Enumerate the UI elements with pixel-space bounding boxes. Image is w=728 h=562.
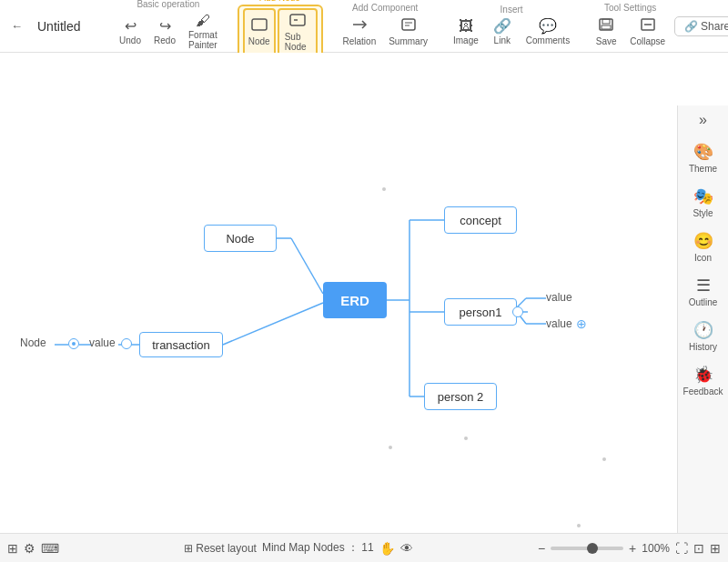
link-label: Link bbox=[494, 35, 511, 45]
style-icon: 🎭 bbox=[693, 186, 713, 206]
concept-label: concept bbox=[460, 214, 501, 227]
outline-icon: ☰ bbox=[696, 276, 711, 296]
person1-label: person1 bbox=[460, 306, 502, 319]
theme-panel-item[interactable]: 🎨 Theme bbox=[682, 136, 725, 179]
top-right-btns: 🔗 Share 📤 Export bbox=[674, 16, 728, 36]
map-nodes-label: Mind Map Nodes ： 11 bbox=[262, 540, 374, 556]
save-button[interactable]: Save bbox=[590, 15, 622, 49]
outline-panel-item[interactable]: ☰ Outline bbox=[682, 270, 725, 313]
settings-icon[interactable]: ⚙ bbox=[24, 541, 35, 556]
collapse-button[interactable]: Collapse bbox=[624, 15, 671, 49]
dot-scatter-4 bbox=[602, 457, 606, 461]
bottom-left: ⊞ ⚙ ⌨ bbox=[7, 541, 59, 556]
relation-button[interactable]: Relation bbox=[338, 15, 382, 49]
svg-line-21 bbox=[291, 238, 323, 294]
zoom-slider[interactable] bbox=[551, 547, 623, 550]
image-button[interactable]: 🖼 Image bbox=[448, 16, 484, 48]
insert-buttons: 🖼 Image 🔗 Link 💬 Comments bbox=[448, 16, 575, 48]
feedback-panel-item[interactable]: 🐞 Feedback bbox=[682, 359, 725, 402]
comments-button[interactable]: 💬 Comments bbox=[521, 16, 575, 48]
add-component-buttons: Relation Summary bbox=[338, 15, 434, 49]
collapse-label: Collapse bbox=[630, 36, 665, 46]
share-button[interactable]: 🔗 Share bbox=[674, 16, 728, 36]
layout-icon[interactable]: ⊞ bbox=[710, 541, 721, 556]
relation-icon bbox=[351, 17, 368, 35]
right-panel: » 🎨 Theme 🎭 Style 😊 Icon ☰ Outline 🕐 His… bbox=[677, 105, 728, 533]
tool-settings-label: Tool Settings bbox=[604, 3, 656, 13]
fit-screen-icon[interactable]: ⛶ bbox=[675, 541, 688, 556]
redo-button[interactable]: ↪ Redo bbox=[148, 16, 181, 48]
theme-icon: 🎨 bbox=[693, 142, 713, 162]
bottom-bar: ⊞ ⚙ ⌨ ⊞ Reset layout Mind Map Nodes ： 11… bbox=[0, 533, 728, 562]
save-label: Save bbox=[596, 36, 617, 46]
feedback-label: Feedback bbox=[683, 386, 723, 396]
summary-button[interactable]: Summary bbox=[383, 15, 433, 49]
reset-layout-icon: ⊞ bbox=[184, 542, 193, 555]
toolbar-group-add-node: Add Node Node Sub Node bbox=[234, 0, 327, 60]
zoom-plus-button[interactable]: + bbox=[629, 541, 636, 556]
svg-rect-9 bbox=[602, 25, 611, 29]
toolbar: ← Untitled Basic operation ↩ Undo ↪ Redo… bbox=[0, 0, 728, 53]
link-button[interactable]: 🔗 Link bbox=[486, 16, 519, 48]
history-panel-item[interactable]: 🕐 History bbox=[682, 315, 725, 357]
share-label: Share bbox=[701, 20, 728, 33]
eye-icon[interactable]: 👁 bbox=[400, 541, 413, 556]
reset-layout-label: Reset layout bbox=[196, 542, 257, 555]
canvas-area[interactable]: ERD concept person1 person 2 Node transa… bbox=[0, 53, 677, 533]
sub-node-button[interactable]: Sub Node bbox=[278, 8, 318, 56]
insert-label: Insert bbox=[500, 5, 523, 15]
fullscreen-icon[interactable]: ⊡ bbox=[693, 541, 704, 556]
page-title: Untitled bbox=[30, 19, 103, 34]
format-painter-button[interactable]: 🖌 Format Painter bbox=[183, 11, 223, 53]
redo-icon: ↪ bbox=[159, 19, 171, 34]
erd-label: ERD bbox=[340, 293, 369, 308]
panel-collapse-button[interactable]: » bbox=[689, 109, 718, 131]
toolbar-group-add-component: Add Component Relation Summary bbox=[334, 3, 438, 49]
keyboard-icon[interactable]: ⌨ bbox=[41, 541, 59, 556]
zoom-minus-button[interactable]: − bbox=[538, 541, 545, 556]
style-panel-item[interactable]: 🎭 Style bbox=[682, 181, 725, 224]
concept-node[interactable]: concept bbox=[444, 206, 517, 234]
reset-layout-button[interactable]: ⊞ Reset layout bbox=[184, 542, 257, 555]
svg-line-23 bbox=[223, 303, 323, 345]
image-icon: 🖼 bbox=[459, 19, 473, 34]
comments-label: Comments bbox=[526, 35, 570, 45]
undo-button[interactable]: ↩ Undo bbox=[114, 16, 147, 48]
zoom-percent: 100% bbox=[642, 542, 670, 555]
image-label: Image bbox=[453, 35, 479, 45]
icon-panel-icon: 😊 bbox=[693, 231, 713, 251]
comments-icon: 💬 bbox=[539, 19, 557, 34]
theme-label: Theme bbox=[689, 164, 717, 174]
transaction-node[interactable]: transaction bbox=[139, 332, 223, 357]
redo-label: Redo bbox=[154, 35, 176, 45]
add-component-label: Add Component bbox=[352, 3, 418, 13]
icon-label: Icon bbox=[694, 253, 712, 263]
person2-label: person 2 bbox=[438, 390, 484, 404]
tool-settings-buttons: Save Collapse bbox=[590, 15, 671, 49]
collapse-icon bbox=[640, 17, 656, 35]
add-value-button[interactable]: ⊕ bbox=[576, 316, 587, 331]
node-icon bbox=[251, 17, 268, 35]
person1-node[interactable]: person1 bbox=[444, 298, 517, 326]
erd-node[interactable]: ERD bbox=[323, 282, 387, 318]
back-icon: ← bbox=[11, 19, 23, 33]
svg-rect-4 bbox=[402, 19, 415, 30]
hand-icon[interactable]: ✋ bbox=[379, 541, 395, 556]
bottom-right: − + 100% ⛶ ⊡ ⊞ bbox=[538, 541, 721, 556]
style-label: Style bbox=[693, 208, 713, 218]
node1-box[interactable]: Node bbox=[204, 225, 277, 252]
grid-icon[interactable]: ⊞ bbox=[7, 541, 18, 556]
svg-rect-0 bbox=[252, 19, 267, 30]
toolbar-group-insert: Insert 🖼 Image 🔗 Link 💬 Comments bbox=[444, 5, 579, 48]
dot-scatter-2 bbox=[464, 437, 468, 440]
toolbar-group-tool-settings: Tool Settings Save Collapse bbox=[586, 3, 674, 49]
zoom-thumb[interactable] bbox=[587, 543, 598, 554]
relation-label: Relation bbox=[343, 36, 377, 46]
person2-node[interactable]: person 2 bbox=[424, 383, 497, 410]
chevron-right-icon: » bbox=[699, 112, 707, 128]
icon-panel-item[interactable]: 😊 Icon bbox=[682, 226, 725, 268]
bottom-center: ⊞ Reset layout Mind Map Nodes ： 11 ✋ 👁 bbox=[66, 540, 531, 556]
back-button[interactable]: ← bbox=[4, 15, 30, 36]
add-node-label: Add Node bbox=[259, 0, 299, 3]
node-button[interactable]: Node bbox=[243, 8, 276, 56]
